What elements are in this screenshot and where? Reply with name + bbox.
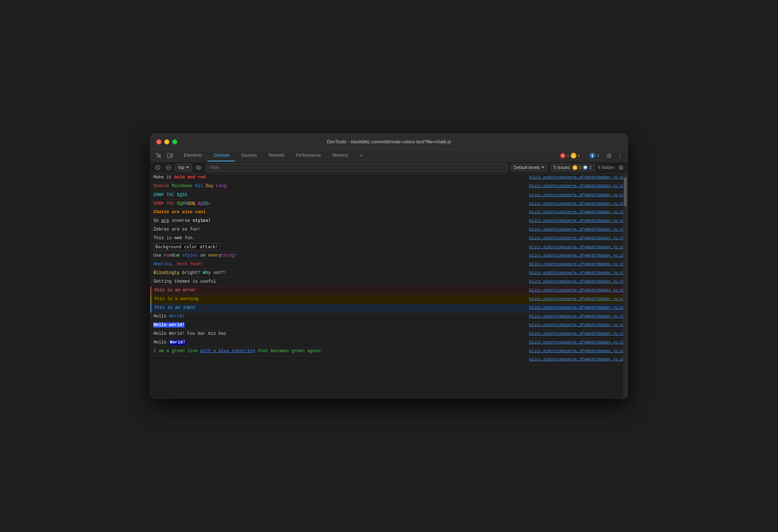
log-source[interactable]: blitz.e1937cc6e2ee7e…3f4063378a564.js:15 — [529, 175, 625, 180]
inspect-icon[interactable] — [153, 151, 164, 161]
table-row: America, Heck Yeah!blitz.e1937cc6e2ee7e…… — [151, 261, 627, 269]
console-output[interactable]: Make it bold and redblitz.e1937cc6e2ee7e… — [151, 174, 627, 398]
error-badge-group[interactable]: ✕ 1 ⚠ 1 — [557, 151, 583, 160]
log-source[interactable]: blitz.e1937cc6e2ee7e…3f4063378a564.js:15 — [529, 202, 625, 206]
log-source[interactable]: blitz.e1937cc6e2ee7e…3f4063378a564.js:15 — [529, 210, 625, 214]
tab-bar: Elements Console Sources Network Perform… — [151, 150, 627, 162]
log-message: Double Rainbows All Day Long — [153, 183, 529, 189]
log-source[interactable]: blitz.e1937cc6e2ee7e…3f4063378a564.js:15 — [529, 332, 625, 336]
console-toolbar-left: top — [153, 163, 203, 172]
devtools-window: DevTools - stackblitz.com/edit/node-colo… — [150, 134, 628, 398]
table-row: DЯӨP ТНΞ ЯДИNBΩЩ BДSS✓blitz.e1937cc6e2ee… — [151, 200, 627, 208]
log-message: Hello World! — [153, 340, 529, 345]
hidden-count-label: 6 hidden — [598, 165, 614, 170]
tab-list: Elements Console Sources Network Perform… — [178, 150, 368, 161]
log-source[interactable]: blitz.e1937cc6e2ee7e…3f4063378a564.js:15 — [529, 297, 625, 301]
svg-rect-0 — [168, 153, 171, 158]
log-source[interactable]: blitz.e1937cc6e2ee7e…3f4063378a564.js:15 — [529, 340, 625, 345]
close-button[interactable] — [156, 139, 161, 144]
table-row: blitz.e1937cc6e2ee7e…3f4063378a564.js:15 — [151, 356, 627, 365]
context-selector[interactable]: top — [175, 164, 192, 172]
log-source[interactable]: blitz.e1937cc6e2ee7e…3f4063378a564.js:15 — [529, 193, 625, 197]
table-row: Hello World! Foo bar biz bazblitz.e1937c… — [151, 330, 627, 339]
traffic-lights — [156, 139, 177, 144]
info-count: 3 — [597, 153, 599, 158]
log-source[interactable]: blitz.e1937cc6e2ee7e…3f4063378a564.js:15 — [529, 236, 625, 240]
table-row: Hello World!blitz.e1937cc6e2ee7e…3f40633… — [151, 313, 627, 321]
clear-console-icon[interactable] — [153, 163, 162, 172]
svg-line-4 — [157, 166, 159, 169]
table-row: Background color attack!blitz.e1937cc6e2… — [151, 243, 627, 252]
log-source[interactable]: blitz.e1937cc6e2ee7e…3f4063378a564.js:15 — [529, 279, 625, 284]
window-title: DevTools - stackblitz.com/edit/node-colo… — [327, 139, 451, 144]
svg-rect-1 — [171, 154, 173, 157]
issues-badge[interactable]: 5 Issues: ⚠ 3 💬 2 — [550, 164, 595, 172]
filter-input[interactable] — [206, 163, 508, 172]
table-row: Setting themes is usefulblitz.e1937cc6e2… — [151, 278, 627, 287]
log-source[interactable]: blitz.e1937cc6e2ee7e…3f4063378a564.js:15 — [529, 314, 625, 318]
log-message: Background color attack! — [153, 244, 529, 250]
scrollbar-thumb[interactable] — [624, 177, 627, 206]
log-source[interactable]: blitz.e1937cc6e2ee7e…3f4063378a564.js:15 — [529, 271, 625, 275]
log-source[interactable]: blitz.e1937cc6e2ee7e…3f4063378a564.js:15 — [529, 305, 625, 310]
log-message: I am a green line with a blue substring … — [153, 349, 529, 354]
maximize-button[interactable] — [172, 139, 177, 144]
issues-info-icon: 💬 — [583, 165, 588, 170]
scrollbar-track[interactable] — [623, 174, 627, 398]
issues-warning-icon: ⚠ — [572, 165, 578, 170]
table-row: This is not fun.blitz.e1937cc6e2ee7e…3f4… — [151, 235, 627, 243]
console-toolbar: top Default levels 5 Issues: ⚠ 3 💬 2 6 h… — [151, 162, 627, 174]
warning-icon: ⚠ — [571, 153, 576, 159]
log-source[interactable]: blitz.e1937cc6e2ee7e…3f4063378a564.js:15 — [529, 288, 625, 292]
tab-more[interactable]: » — [354, 150, 368, 161]
log-source[interactable]: blitz.e1937cc6e2ee7e…3f4063378a564.js:15 — [529, 245, 625, 249]
issues-info-count: 2 — [589, 165, 592, 170]
log-source[interactable]: blitz.e1937cc6e2ee7e…3f4063378a564.js:15 — [529, 349, 625, 353]
issues-label: 5 Issues: — [554, 165, 571, 170]
log-message: Make it bold and red — [153, 175, 529, 180]
console-settings-icon[interactable]: ⚙ — [617, 164, 625, 171]
table-row: Make it bold and redblitz.e1937cc6e2ee7e… — [151, 174, 627, 182]
minimize-button[interactable] — [164, 139, 169, 144]
log-source[interactable]: blitz.e1937cc6e2ee7e…3f4063378a564.js:15 — [529, 227, 625, 232]
log-message: Use random styles on everything! — [153, 253, 529, 258]
log-message: Zebras are so fun! — [153, 227, 529, 232]
log-source[interactable]: blitz.e1937cc6e2ee7e…3f4063378a564.js:15 — [529, 357, 625, 362]
default-levels-dropdown[interactable]: Default levels — [511, 164, 547, 172]
log-source[interactable]: blitz.e1937cc6e2ee7e…3f4063378a564.js:15 — [529, 219, 625, 223]
table-row: I am a green line with a blue substring … — [151, 347, 627, 356]
log-message: this is an input — [154, 305, 529, 310]
log-message: Hello World! — [153, 314, 529, 319]
issues-warning-count: 3 — [579, 165, 582, 170]
log-source[interactable]: blitz.e1937cc6e2ee7e…3f4063378a564.js:15 — [529, 323, 625, 327]
log-message: DЯӨP ТНΞ BДSS — [153, 192, 529, 198]
table-row: Hello world!blitz.e1937cc6e2ee7e…3f40633… — [151, 321, 627, 330]
table-row: Hello World!blitz.e1937cc6e2ee7e…3f40633… — [151, 339, 627, 347]
log-message: This is not fun. — [153, 236, 529, 241]
more-options-icon[interactable]: ⋮ — [616, 151, 625, 161]
log-source[interactable]: blitz.e1937cc6e2ee7e…3f4063378a564.js:15 — [529, 253, 625, 258]
tab-sources[interactable]: Sources — [235, 150, 263, 161]
default-levels-label: Default levels — [514, 165, 540, 170]
tab-elements[interactable]: Elements — [178, 150, 208, 161]
table-row: Blindingly bright? Why not?!blitz.e1937c… — [151, 269, 627, 278]
log-source[interactable]: blitz.e1937cc6e2ee7e…3f4063378a564.js:15 — [529, 184, 625, 188]
eye-icon[interactable] — [194, 163, 203, 172]
tab-memory[interactable]: Memory — [327, 150, 354, 161]
tab-performance[interactable]: Performance — [290, 150, 327, 161]
block-icon[interactable] — [164, 163, 173, 172]
settings-icon[interactable]: ⚙ — [605, 151, 613, 161]
table-row: this is an inputblitz.e1937cc6e2ee7e…3f4… — [151, 304, 627, 313]
table-row: this is an errorblitz.e1937cc6e2ee7e…3f4… — [151, 287, 627, 295]
log-message: this is a warning — [154, 296, 529, 301]
info-badge-group[interactable]: ℹ 3 — [586, 151, 602, 160]
tab-console[interactable]: Console — [208, 150, 235, 161]
device-mode-icon[interactable] — [165, 151, 175, 161]
table-row: Use random styles on everything!blitz.e1… — [151, 252, 627, 261]
tab-network[interactable]: Network — [263, 150, 290, 161]
table-row: Zebras are so fun!blitz.e1937cc6e2ee7e…3… — [151, 226, 627, 235]
error-icon: ✕ — [560, 153, 566, 159]
log-message: Setting themes is useful — [153, 279, 529, 284]
log-source[interactable]: blitz.e1937cc6e2ee7e…3f4063378a564.js:15 — [529, 262, 625, 266]
svg-point-8 — [198, 167, 199, 169]
